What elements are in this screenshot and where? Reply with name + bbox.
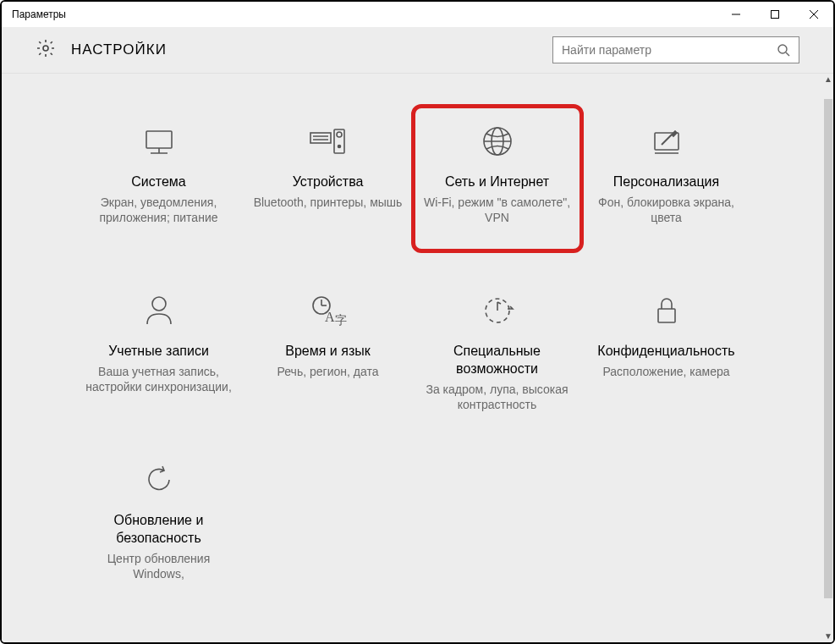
svg-text:字: 字 [335,314,347,327]
tile-title: Персонализация [613,173,719,191]
scrollbar[interactable]: ▲ ▼ [823,74,833,642]
svg-rect-1 [772,10,779,18]
scroll-up-icon[interactable]: ▲ [823,74,833,85]
tile-personalization[interactable]: Персонализация Фон, блокировка экрана, ц… [582,107,751,268]
tile-title: Сеть и Интернет [445,173,549,191]
tile-title: Обновление и безопасность [81,512,237,548]
close-button[interactable] [794,2,833,26]
tile-ease[interactable]: Специальные возможности За кадром, лупа,… [413,277,582,438]
tile-devices[interactable]: Устройства Bluetooth, принтеры, мышь [244,107,413,268]
svg-rect-7 [146,131,172,148]
svg-point-4 [43,46,48,51]
header: НАСТРОЙКИ [2,27,833,74]
minimize-button[interactable] [717,2,755,26]
globe-icon [477,116,518,167]
tile-title: Устройства [293,173,364,191]
devices-icon [305,116,351,167]
tile-desc: Центр обновления Windows, [81,551,237,581]
refresh-icon [139,454,179,505]
content-area: Система Экран, уведомления, приложения; … [2,74,823,642]
clock-lang-icon: A 字 [306,285,350,336]
tile-accounts[interactable]: Учетные записи Ваша учетная запись, наст… [74,277,244,438]
tile-title: Специальные возможности [420,343,575,378]
page-title: НАСТРОЙКИ [71,41,167,58]
svg-point-14 [337,132,342,137]
tile-title: Учетные записи [108,343,209,361]
svg-point-21 [152,297,166,311]
svg-point-15 [338,146,340,148]
tile-title: Конфиденциальность [597,343,734,361]
tile-network[interactable]: Сеть и Интернет Wi-Fi, режим "в самолете… [413,107,582,268]
tile-system[interactable]: Система Экран, уведомления, приложения; … [74,107,244,268]
search-input[interactable] [553,37,768,63]
window-title: Параметры [2,8,66,20]
tile-desc: Wi-Fi, режим "в самолете", VPN [420,195,575,225]
window-controls [717,2,833,26]
tile-timelang[interactable]: A 字 Время и язык Речь, регион, дата [244,277,413,438]
svg-text:A: A [325,310,335,324]
maximize-button[interactable] [755,2,794,26]
titlebar: Параметры [2,2,833,27]
scroll-thumb[interactable] [824,99,832,598]
header-left: НАСТРОЙКИ [36,38,167,62]
tile-desc: Речь, регион, дата [277,364,379,379]
settings-grid: Система Экран, уведомления, приложения; … [19,107,806,615]
tile-title: Время и язык [285,343,370,361]
monitor-icon [139,116,179,167]
tile-desc: Фон, блокировка экрана, цвета [589,195,744,225]
lock-icon [646,285,687,336]
tile-desc: За кадром, лупа, высокая контрастность [420,382,575,412]
tile-title: Система [131,173,185,191]
paint-icon [646,116,687,167]
tile-update[interactable]: Обновление и безопасность Центр обновлен… [74,446,244,607]
svg-rect-13 [334,129,344,153]
search-box[interactable] [552,36,799,63]
tile-desc: Ваша учетная запись, настройки синхрониз… [81,364,237,394]
tile-desc: Экран, уведомления, приложения; питание [81,195,237,225]
tile-desc: Расположение, камера [602,364,729,379]
tile-desc: Bluetooth, принтеры, мышь [254,195,403,210]
gear-icon [36,38,56,62]
svg-line-6 [786,52,789,56]
tile-privacy[interactable]: Конфиденциальность Расположение, камера [582,277,751,438]
ease-icon [477,285,518,336]
person-icon [139,285,179,336]
svg-rect-10 [310,133,331,143]
settings-window: Параметры НАСТРОЙКИ [0,0,835,644]
scroll-down-icon[interactable]: ▼ [823,630,833,642]
svg-rect-29 [658,309,675,322]
search-icon[interactable] [768,37,799,63]
svg-point-5 [778,45,787,53]
